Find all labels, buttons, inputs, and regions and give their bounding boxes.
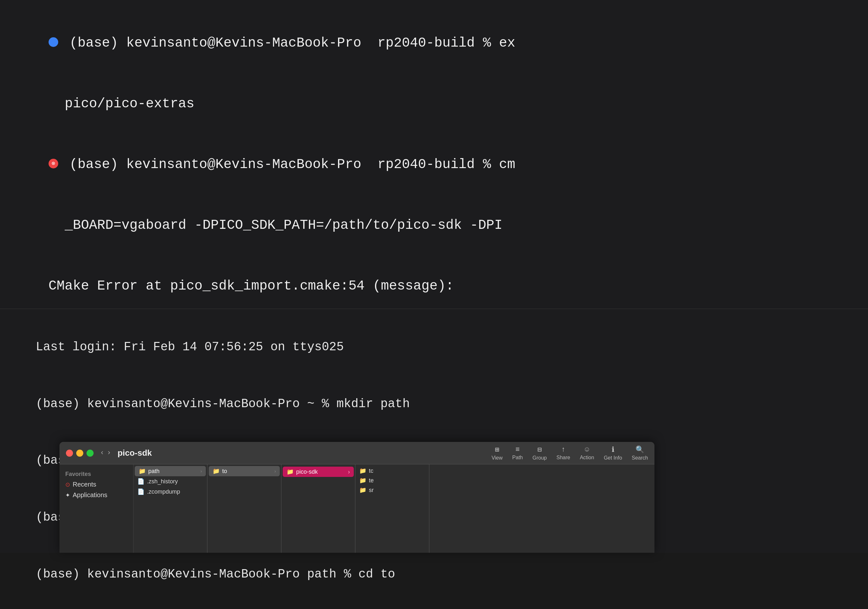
- col3-item-pico-sdk[interactable]: 📁 pico-sdk ›: [283, 467, 354, 477]
- action-toolbar-item[interactable]: ☺ Action: [580, 446, 594, 461]
- to-folder-icon: 📁: [212, 468, 220, 475]
- col4-item-sr[interactable]: 📁 sr: [355, 485, 429, 495]
- back-button[interactable]: ‹: [100, 449, 104, 457]
- col4-item-tc[interactable]: 📁 tc: [355, 466, 429, 476]
- terminal-line-4: _BOARD=vgaboard -DPICO_SDK_PATH=/path/to…: [16, 195, 852, 256]
- forward-button[interactable]: ›: [107, 449, 111, 457]
- group-toolbar-item[interactable]: ⊟ Group: [533, 445, 547, 461]
- git-clone-line: (base) kevinsanto@Kevins-MacBook-Pro to …: [6, 603, 862, 609]
- te-folder-icon: 📁: [359, 477, 366, 484]
- status-dot-blue: [48, 37, 58, 47]
- sidebar-item-recents[interactable]: ⊙ Recents: [63, 479, 130, 490]
- folder-icon: 📁: [139, 468, 146, 475]
- path-label: Path: [512, 455, 523, 461]
- share-label: Share: [556, 455, 570, 461]
- action-label: Action: [580, 455, 594, 461]
- col1-item-path[interactable]: 📁 path ›: [135, 466, 206, 476]
- search-toolbar-item[interactable]: 🔍 Search: [632, 445, 648, 461]
- col4-te-label: te: [369, 477, 374, 484]
- finder-window: ‹ › pico-sdk ⊞ View ≡ Path ⊟ Group: [59, 442, 654, 553]
- col1-zsh-label: .zsh_history: [147, 478, 178, 485]
- recents-icon: ⊙: [65, 481, 70, 488]
- finder-column-2: 📁 to ›: [208, 464, 281, 553]
- sidebar-applications-label: Applications: [73, 492, 107, 499]
- get-info-label: Get Info: [604, 455, 622, 461]
- maximize-button[interactable]: [87, 450, 94, 457]
- view-icon: ⊞: [495, 445, 499, 454]
- path-icon: ≡: [516, 446, 520, 454]
- sidebar-section-favorites: Favorites: [63, 469, 130, 479]
- col4-sr-label: sr: [369, 487, 374, 494]
- col4-item-te[interactable]: 📁 te: [355, 476, 429, 485]
- search-label: Search: [632, 455, 648, 461]
- terminal-top: (base) kevinsanto@Kevins-MacBook-Pro rp2…: [0, 0, 868, 309]
- finder-nav: ‹ ›: [100, 449, 111, 457]
- file2-icon: 📄: [137, 488, 144, 495]
- view-label: View: [491, 455, 502, 461]
- col1-item-zsh-history[interactable]: 📄 .zsh_history: [133, 476, 207, 487]
- finder-titlebar: ‹ › pico-sdk ⊞ View ≡ Path ⊟ Group: [59, 442, 654, 464]
- share-toolbar-item[interactable]: ↑ Share: [556, 446, 570, 461]
- info-icon: ℹ: [612, 445, 614, 454]
- col1-path-label: path: [148, 468, 160, 475]
- status-dot-error: ⊗: [48, 159, 58, 168]
- window-buttons: [66, 450, 94, 457]
- terminal-line-2: pico/pico-extras: [16, 74, 852, 134]
- col2-item-to[interactable]: 📁 to ›: [209, 466, 280, 476]
- finder-column-1: 📁 path › 📄 .zsh_history 📄: [133, 464, 208, 553]
- terminal-bottom: Last login: Fri Feb 14 07:56:25 on ttys0…: [0, 309, 868, 553]
- finder-sidebar: Favorites ⊙ Recents ✦ Applications: [59, 464, 133, 553]
- cmake-error-line1: CMake Error at pico_sdk_import.cmake:54 …: [16, 256, 852, 317]
- pico-folder-icon: 📁: [287, 468, 294, 475]
- col1-zcomp-label: .zcompdump: [147, 488, 180, 495]
- terminal-line-3: ⊗ (base) kevinsanto@Kevins-MacBook-Pro r…: [16, 134, 852, 195]
- view-toolbar-item[interactable]: ⊞ View: [491, 445, 502, 461]
- finder-title: pico-sdk: [118, 448, 152, 458]
- group-label: Group: [533, 455, 547, 461]
- minimize-button[interactable]: [76, 450, 83, 457]
- finder-body: Favorites ⊙ Recents ✦ Applications 📁: [59, 464, 654, 553]
- col2-to-label: to: [222, 468, 227, 475]
- file-icon: 📄: [137, 478, 144, 485]
- finder-toolbar: ⊞ View ≡ Path ⊟ Group ↑ Share ☺ Action: [491, 445, 648, 461]
- group-icon: ⊟: [537, 445, 542, 454]
- path-toolbar-item[interactable]: ≡ Path: [512, 446, 523, 461]
- pico-chevron-icon: ›: [348, 468, 350, 475]
- applications-icon: ✦: [65, 492, 70, 499]
- search-icon: 🔍: [636, 445, 644, 454]
- finder-column-4: 📁 tc 📁 te 📁 sr: [355, 464, 429, 553]
- share-icon: ↑: [561, 446, 566, 454]
- tc-folder-icon: 📁: [359, 467, 366, 475]
- col1-item-zcompdump[interactable]: 📄 .zcompdump: [133, 487, 207, 497]
- cd-to-line: (base) kevinsanto@Kevins-MacBook-Pro pat…: [6, 546, 862, 603]
- terminal-line-1: (base) kevinsanto@Kevins-MacBook-Pro rp2…: [16, 13, 852, 74]
- chevron-right-icon: ›: [200, 468, 202, 474]
- mkdir-path-line: (base) kevinsanto@Kevins-MacBook-Pro ~ %…: [6, 376, 862, 433]
- login-line: Last login: Fri Feb 14 07:56:25 on ttys0…: [6, 319, 862, 376]
- finder-columns: 📁 path › 📄 .zsh_history 📄: [133, 464, 654, 553]
- close-button[interactable]: [66, 450, 73, 457]
- col3-pico-sdk-label: pico-sdk: [296, 468, 318, 475]
- action-icon: ☺: [585, 446, 589, 454]
- col4-tc-label: tc: [369, 468, 374, 475]
- sidebar-recents-label: Recents: [73, 481, 96, 488]
- sr-folder-icon: 📁: [359, 487, 366, 494]
- sidebar-item-applications[interactable]: ✦ Applications: [63, 490, 130, 500]
- get-info-toolbar-item[interactable]: ℹ Get Info: [604, 445, 622, 461]
- chevron-right2-icon: ›: [274, 468, 276, 474]
- finder-column-3: 📁 pico-sdk ›: [281, 464, 355, 553]
